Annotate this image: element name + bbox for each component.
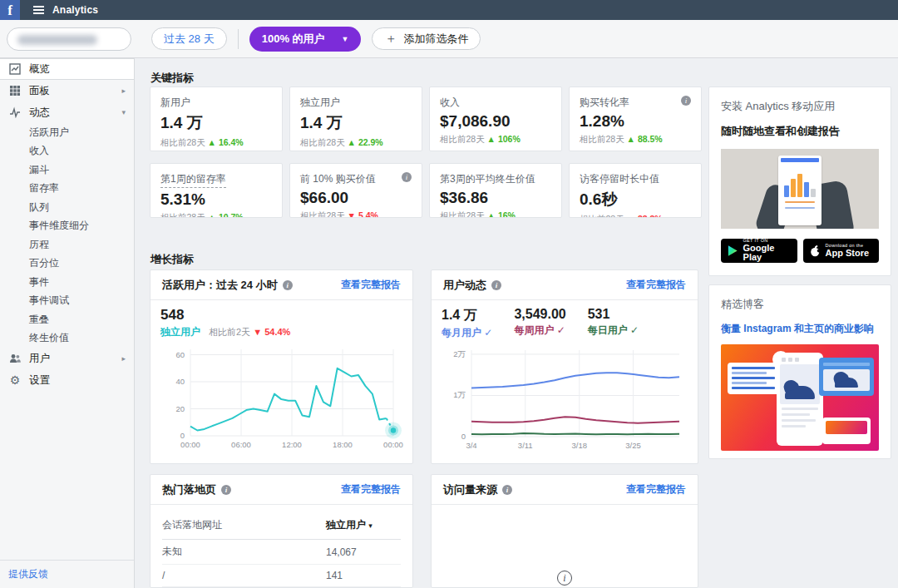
delta-badge: ▲ 10.7% bbox=[208, 212, 244, 218]
sidebar-item-overlap[interactable]: 重叠 bbox=[0, 310, 134, 329]
info-icon[interactable]: i bbox=[283, 280, 293, 290]
google-play-badge[interactable]: GET IT ON Google Play bbox=[721, 239, 797, 263]
svg-text:0: 0 bbox=[180, 431, 185, 440]
empty-state-info-icon: i bbox=[557, 571, 572, 586]
sidebar-item-revenue[interactable]: 收入 bbox=[0, 142, 134, 161]
info-icon[interactable]: i bbox=[681, 96, 691, 106]
info-icon[interactable]: i bbox=[502, 485, 512, 495]
compare-label: 相比前28天 bbox=[300, 137, 345, 147]
metric-value: 0.6秒 bbox=[580, 189, 691, 210]
delta-badge: ▲ 106% bbox=[487, 134, 521, 144]
view-full-report-link[interactable]: 查看完整报告 bbox=[626, 482, 686, 497]
svg-text:00:00: 00:00 bbox=[383, 440, 403, 449]
delta-value: 16% bbox=[498, 210, 516, 218]
sidebar-item-dashboards[interactable]: 面板 ▸ bbox=[0, 80, 134, 101]
compare-label: 相比前28天 bbox=[440, 134, 485, 144]
date-range-button[interactable]: 过去 28 天 bbox=[151, 27, 227, 50]
user-activity-card: 用户动态i 查看完整报告 1.4 万 每月用户 ✓ 3,549.00 每周用户 … bbox=[431, 269, 698, 464]
entity-selector[interactable] bbox=[7, 27, 131, 51]
svg-text:3/18: 3/18 bbox=[572, 441, 588, 450]
metric-card-unique-users[interactable]: 独立用户 1.4 万 相比前28天 ▲ 22.9% bbox=[289, 86, 422, 151]
sidebar-item-percentiles[interactable]: 百分位 bbox=[0, 254, 134, 274]
sort-caret-icon: ▾ bbox=[368, 521, 373, 530]
metric-card-new-users[interactable]: 新用户 1.4 万 相比前28天 ▲ 16.4% bbox=[150, 86, 283, 151]
metric-card-week3-ltv[interactable]: 第3周的平均终生价值 $36.86 相比前28天 ▲ 16% bbox=[429, 163, 562, 218]
blog-heading: 精选博客 bbox=[721, 297, 879, 312]
view-full-report-link[interactable]: 查看完整报告 bbox=[626, 278, 686, 292]
metric-label: 购买转化率 bbox=[580, 96, 629, 110]
add-filter-label: 添加筛选条件 bbox=[403, 32, 468, 47]
svg-text:00:00: 00:00 bbox=[180, 440, 200, 449]
blog-article-link[interactable]: 衡量 Instagram 和主页的商业影响 bbox=[721, 322, 879, 336]
user-activity-line-chart: 01万2万3/43/113/183/25 bbox=[442, 343, 688, 453]
stat-value: 3,549.00 bbox=[514, 307, 565, 322]
sidebar-item-breakdowns[interactable]: 事件维度细分 bbox=[0, 217, 134, 236]
view-full-report-link[interactable]: 查看完整报告 bbox=[341, 278, 401, 292]
sidebar-item-label: 概览 bbox=[29, 62, 50, 77]
metric-card-median-session-duration[interactable]: 访客停留时长中值 0.6秒 相比前28天 ▼ 33.3% bbox=[569, 163, 702, 218]
chevron-down-icon: ▼ bbox=[342, 35, 349, 43]
sidebar-item-overview[interactable]: 概览 bbox=[0, 58, 134, 80]
metric-label: 前 10% 购买价值 bbox=[300, 172, 376, 186]
sidebar-item-journeys[interactable]: 历程 bbox=[0, 235, 134, 254]
hamburger-menu-icon[interactable] bbox=[33, 6, 44, 14]
facebook-logo-icon[interactable]: f bbox=[0, 0, 20, 20]
compare-label: 相比前28天 bbox=[160, 212, 205, 218]
overview-icon bbox=[8, 62, 22, 76]
svg-text:12:00: 12:00 bbox=[282, 440, 302, 449]
info-icon[interactable]: i bbox=[221, 485, 231, 495]
badge-store-name: Google Play bbox=[743, 244, 791, 263]
metric-label: 独立用户 bbox=[300, 96, 340, 110]
add-filter-button[interactable]: ＋ 添加筛选条件 bbox=[372, 27, 481, 50]
sidebar-item-label: 动态 bbox=[29, 106, 50, 120]
sidebar-item-active-users[interactable]: 活跃用户 bbox=[0, 123, 134, 142]
compare-label: 相比前28天 bbox=[580, 214, 624, 218]
view-full-report-link[interactable]: 查看完整报告 bbox=[341, 482, 401, 497]
google-play-icon bbox=[728, 245, 738, 257]
give-feedback-link[interactable]: 提供反馈 bbox=[0, 560, 134, 588]
compare-label: 相比前28天 bbox=[300, 210, 345, 218]
info-icon[interactable]: i bbox=[491, 280, 501, 290]
sidebar-item-settings[interactable]: ⚙ 设置 bbox=[0, 369, 134, 391]
featured-blog-card: 精选博客 衡量 Instagram 和主页的商业影响 bbox=[708, 284, 891, 459]
column-header-url: 会话落地网址 bbox=[162, 513, 326, 540]
delta-value: 22.9% bbox=[358, 137, 383, 147]
card-title: 热门落地页 bbox=[162, 482, 216, 497]
landing-url: 未知 bbox=[162, 540, 326, 565]
sidebar-item-events[interactable]: 事件 bbox=[0, 273, 134, 292]
metric-label: 第3周的平均终生价值 bbox=[440, 172, 535, 186]
metric-card-purchase-conversion[interactable]: 购买转化率i 1.28% 相比前28天 ▲ 88.5% bbox=[569, 86, 702, 151]
table-row: / 141 bbox=[162, 565, 401, 587]
series-toggle-monthly-users[interactable]: 1.4 万 每月用户 ✓ bbox=[442, 307, 492, 340]
sidebar-item-lifetime-value[interactable]: 终生价值 bbox=[0, 329, 134, 348]
metric-value: 1.4 万 bbox=[300, 112, 412, 134]
segment-dropdown[interactable]: 100% 的用户 ▼ bbox=[249, 27, 362, 52]
app-store-badge[interactable]: Download on the App Store bbox=[803, 239, 880, 263]
svg-text:0: 0 bbox=[461, 432, 466, 441]
sidebar-item-cohorts[interactable]: 队列 bbox=[0, 198, 134, 217]
series-toggle-daily-users[interactable]: 531 每日用户 ✓ bbox=[588, 307, 639, 340]
series-toggle-unique-users[interactable]: 独立用户 bbox=[160, 325, 200, 339]
metric-card-revenue[interactable]: 收入 $7,086.90 相比前28天 ▲ 106% bbox=[429, 86, 562, 151]
unique-users-value: 141 bbox=[326, 565, 401, 587]
landing-url: / bbox=[162, 565, 326, 587]
metric-card-week1-retention[interactable]: 第1周的留存率 5.31% 相比前28天 ▲ 10.7% bbox=[150, 163, 283, 218]
metric-card-top10-purchase-value[interactable]: 前 10% 购买价值i $66.00 相比前28天 ▼ 5.4% bbox=[289, 163, 422, 218]
sidebar-item-activity[interactable]: 动态 ▾ bbox=[0, 101, 134, 123]
sidebar-item-people[interactable]: 用户 ▸ bbox=[0, 348, 134, 369]
delta-badge: ▼ 33.3% bbox=[627, 214, 663, 218]
delta-badge: ▼ 5.4% bbox=[348, 210, 378, 218]
column-header-unique-users[interactable]: 独立用户 ▾ bbox=[326, 513, 401, 540]
metric-label: 访客停留时长中值 bbox=[580, 172, 659, 186]
sidebar-item-event-debugging[interactable]: 事件调试 bbox=[0, 292, 134, 311]
gear-icon: ⚙ bbox=[8, 373, 22, 387]
info-icon[interactable]: i bbox=[402, 172, 412, 182]
analytics-app: f Analytics 过去 28 天 100% 的用户 ▼ ＋ 添加筛选条件 … bbox=[0, 0, 898, 588]
sidebar-item-retention[interactable]: 留存率 bbox=[0, 180, 134, 199]
sidebar-item-funnels[interactable]: 漏斗 bbox=[0, 161, 134, 180]
series-toggle-weekly-users[interactable]: 3,549.00 每周用户 ✓ bbox=[514, 307, 565, 340]
dashboards-grid-icon bbox=[8, 84, 22, 97]
app-title: Analytics bbox=[52, 4, 98, 16]
promo-subheading: 随时随地查看和创建报告 bbox=[721, 124, 879, 139]
table-row: 未知 14,067 bbox=[162, 540, 401, 565]
